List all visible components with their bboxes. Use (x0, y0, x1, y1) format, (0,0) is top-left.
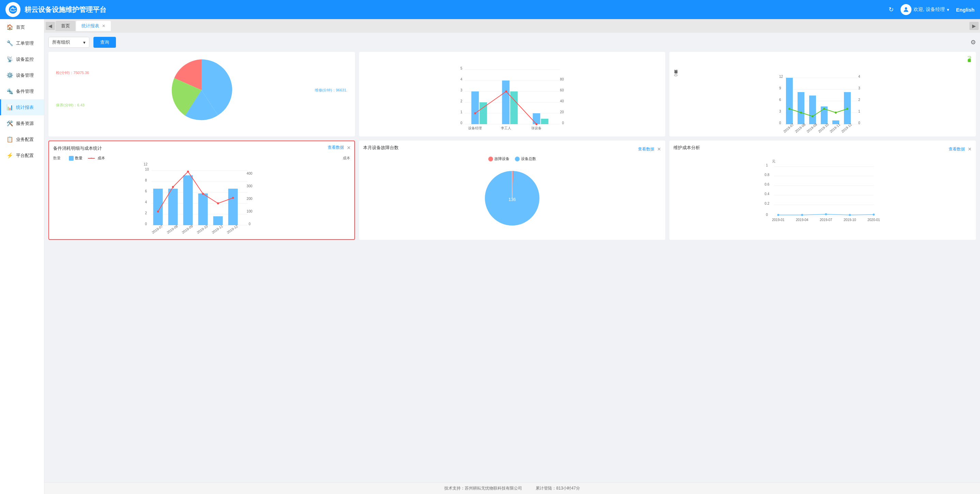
tab-prev-btn[interactable]: ◀ (46, 22, 55, 30)
sidebar-item-equipment[interactable]: ⚙️ 设备管理 (0, 67, 44, 83)
svg-point-93 (217, 202, 219, 204)
legend-cost: ○ 成本 (88, 156, 105, 161)
fault-rate-chart-card: 设备报障次数(次) 0 3 6 9 12 0 1 2 3 (669, 52, 976, 137)
pie-label-repair: 维修(分钟)：96631. (315, 88, 347, 93)
language-switch[interactable]: English (956, 7, 975, 13)
svg-point-119 (825, 213, 827, 215)
org-select-value: 所有组织 (52, 39, 70, 45)
svg-text:8: 8 (145, 178, 147, 182)
svg-text:0.4: 0.4 (765, 192, 770, 196)
parts-chart-title: 备件消耗明细与成本统计 (53, 145, 102, 151)
svg-rect-20 (471, 91, 479, 124)
sidebar-item-monitor[interactable]: 📡 设备监控 (0, 51, 44, 67)
sidebar-item-reports[interactable]: 📊 统计报表 (0, 99, 44, 115)
svg-rect-22 (502, 81, 509, 124)
svg-point-91 (187, 171, 189, 173)
pie-chart-container: 检(分钟)：75075.36 保养(分钟)：6.43 (52, 56, 351, 124)
svg-point-118 (801, 214, 803, 216)
svg-text:2: 2 (145, 211, 147, 215)
svg-rect-84 (168, 189, 178, 225)
tab-reports-label: 统计报表 (81, 23, 99, 29)
bottom-charts-row: 备件消耗明细与成本统计 查看数据 ✕ 数量 数量 (48, 140, 976, 240)
query-button[interactable]: 查询 (94, 37, 116, 48)
sidebar-label-home: 首页 (16, 24, 25, 30)
svg-text:12: 12 (143, 163, 148, 166)
parts-chart-card: 备件消耗明细与成本统计 查看数据 ✕ 数量 数量 (48, 140, 355, 240)
svg-text:2020-01: 2020-01 (867, 218, 880, 222)
svg-text:20: 20 (560, 110, 564, 114)
svg-text:5: 5 (460, 67, 462, 70)
fault-count-link[interactable]: 查看数据 (638, 147, 654, 152)
svg-text:0: 0 (145, 222, 147, 226)
parts-chart-svg: 0 2 4 6 8 10 12 0 100 200 300 400 (53, 162, 350, 230)
tab-home[interactable]: 首页 (56, 21, 75, 31)
svg-point-26 (474, 112, 476, 114)
sidebar-item-business[interactable]: 📋 业务配置 (0, 131, 44, 147)
reports-icon: 📊 (6, 104, 13, 110)
svg-text:4: 4 (145, 200, 147, 204)
wrench-icon: 🔧 (6, 40, 13, 46)
tab-reports-close[interactable]: ✕ (102, 24, 105, 28)
cost-chart-link[interactable]: 查看数据 (949, 147, 965, 152)
fault-rate-right-label: 设备故障率(%) (967, 56, 972, 76)
svg-point-1 (12, 7, 14, 8)
personnel-chart-card: 0 1 2 3 4 5 0 20 40 60 80 (359, 52, 666, 137)
svg-text:李工人: 李工人 (501, 126, 511, 130)
tab-next-btn[interactable]: ▶ (969, 22, 978, 30)
cost-chart-actions: 查看数据 ✕ (949, 147, 972, 152)
fault-count-close[interactable]: ✕ (657, 147, 661, 152)
svg-text:100: 100 (247, 209, 252, 213)
top-charts-row: 检(分钟)：75075.36 保养(分钟)：6.43 (48, 52, 976, 137)
pie-svg (167, 56, 235, 124)
legend-quantity: 数量 (69, 156, 83, 161)
legend-fault-label: 故障设备 (495, 156, 509, 161)
sidebar-label-service: 服务资源 (16, 120, 34, 127)
svg-text:0: 0 (779, 121, 781, 125)
parts-chart-close[interactable]: ✕ (347, 145, 351, 150)
org-select[interactable]: 所有组织 ▾ (48, 37, 89, 48)
sidebar-item-service[interactable]: 🛠️ 服务资源 (0, 115, 44, 131)
svg-rect-48 (797, 92, 804, 124)
svg-rect-24 (533, 113, 540, 124)
sidebar-item-platform[interactable]: ⚡ 平台配置 (0, 147, 44, 163)
svg-text:400: 400 (247, 172, 252, 175)
svg-point-28 (535, 123, 538, 125)
legend-total: 设备总数 (515, 156, 536, 161)
svg-point-59 (788, 108, 791, 110)
parts-chart-link[interactable]: 查看数据 (328, 145, 344, 150)
parts-chart-legend: 数量 数量 ○ 成本 成本 (53, 156, 350, 161)
tab-reports[interactable]: 统计报表 ✕ (76, 21, 111, 31)
svg-rect-87 (213, 216, 223, 225)
svg-text:12: 12 (779, 75, 783, 78)
svg-rect-23 (510, 91, 518, 124)
sidebar-item-home[interactable]: 🏠 首页 (0, 19, 44, 35)
svg-point-0 (8, 5, 17, 14)
legend-fault: 故障设备 (488, 156, 509, 161)
svg-text:3: 3 (858, 86, 860, 90)
fault-count-title: 本月设备故障台数 (363, 145, 399, 151)
app-header: 耕云设备设施维护管理平台 ↻ 欢迎, 设备经理 ▾ English (0, 0, 980, 19)
user-menu[interactable]: 欢迎, 设备经理 ▾ (900, 4, 949, 15)
svg-text:300: 300 (247, 184, 252, 188)
svg-text:10: 10 (145, 167, 149, 171)
svg-point-62 (823, 108, 825, 110)
sidebar-item-workorder[interactable]: 🔧 工单管理 (0, 35, 44, 51)
svg-text:2: 2 (460, 99, 462, 103)
svg-rect-85 (183, 175, 192, 225)
svg-text:1: 1 (858, 110, 860, 113)
settings-button[interactable]: ⚙ (970, 38, 976, 46)
svg-text:2019-01: 2019-01 (772, 218, 784, 222)
pie-chart-card: 检(分钟)：75075.36 保养(分钟)：6.43 (48, 52, 355, 137)
cost-chart-title: 维护成本分析 (673, 145, 700, 151)
svg-point-90 (172, 186, 174, 188)
sidebar-label-parts: 备件管理 (16, 88, 34, 94)
cost-chart-close[interactable]: ✕ (968, 147, 972, 152)
legend-total-label: 设备总数 (521, 156, 536, 161)
sidebar-item-parts[interactable]: 🔩 备件管理 (0, 83, 44, 99)
svg-point-2 (905, 7, 907, 10)
svg-text:0.6: 0.6 (765, 183, 770, 186)
header-right: ↻ 欢迎, 设备经理 ▾ English (889, 4, 975, 15)
refresh-icon[interactable]: ↻ (889, 6, 894, 13)
tab-bar: ◀ 首页 统计报表 ✕ ▶ (45, 19, 980, 33)
svg-text:3: 3 (779, 110, 781, 113)
